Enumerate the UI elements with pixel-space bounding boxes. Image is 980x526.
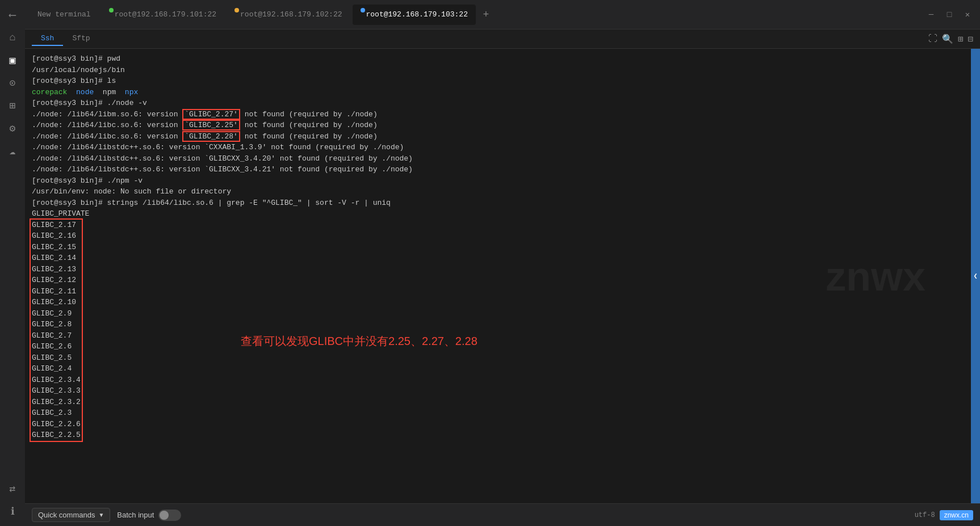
new-terminal-label: New terminal — [37, 10, 91, 19]
line-4: corepack node npm npx — [32, 87, 964, 98]
glibc-item-8: GLIBC_2.10 — [32, 297, 81, 308]
glibc-list-container: GLIBC_2.17 GLIBC_2.16 GLIBC_2.15 GLIBC_2… — [32, 220, 81, 441]
glibc-item-6: GLIBC_2.12 — [32, 275, 81, 286]
tab-3-dot — [361, 8, 365, 12]
line-1: [root@ssy3 bin]# pwd — [32, 53, 964, 65]
bottombar: Quick commands ▼ Batch input utf-8 znwx.… — [25, 503, 980, 526]
line-10: ./node: /lib64/libstdc++.so.6: version `… — [32, 153, 964, 165]
tab-3-label: root@192.168.179.103:22 — [366, 10, 468, 19]
info-icon[interactable]: ℹ — [2, 501, 23, 521]
new-terminal-tab[interactable]: New terminal — [30, 5, 99, 25]
line-15: GLIBC_PRIVATE — [32, 208, 964, 220]
glibc-item-12: GLIBC_2.6 — [32, 341, 81, 352]
glibc-item-2: GLIBC_2.16 — [32, 230, 81, 242]
line-14: [root@ssy3 bin]# strings /lib64/libc.so.… — [32, 197, 964, 209]
status-right: utf-8 znwx.cn — [915, 510, 973, 520]
subtab-actions: ⛶ 🔍 ⊞ ⊟ — [928, 33, 973, 45]
main-content: New terminal root@192.168.179.101:22 roo… — [25, 0, 980, 526]
glibc-item-1: GLIBC_2.17 — [32, 220, 81, 231]
tab-ssh[interactable]: Ssh — [32, 32, 63, 46]
glibc-item-9: GLIBC_2.9 — [32, 308, 81, 319]
glibc-item-11: GLIBC_2.7 — [32, 330, 81, 342]
terminal-output[interactable]: znwx [root@ssy3 bin]# pwd /usr/local/nod… — [25, 49, 971, 503]
tab-2-label: root@192.168.179.102:22 — [240, 10, 342, 19]
sync-icon[interactable]: ⇄ — [2, 478, 23, 499]
annotation-text: 查看可以发现GLIBC中并没有2.25、2.27、2.28 — [241, 333, 478, 350]
maximize-button[interactable]: □ — [941, 7, 957, 23]
batch-input-toggle[interactable] — [158, 510, 181, 521]
terminal-area: znwx [root@ssy3 bin]# pwd /usr/local/nod… — [25, 49, 980, 503]
encoding-label: utf-8 — [915, 511, 935, 519]
site-badge: znwx.cn — [940, 510, 973, 520]
glibc-item-7: GLIBC_2.11 — [32, 286, 81, 297]
toggle-knob — [160, 511, 169, 520]
subtabs: Ssh Sftp ⛶ 🔍 ⊞ ⊟ — [25, 30, 980, 49]
add-tab-button[interactable]: + — [478, 7, 494, 23]
sidebar: ⟵ ⌂ ▣ ⊙ ⊞ ⚙ ☁ ⇄ ℹ — [0, 0, 25, 526]
line-9: ./node: /lib64/libstdc++.so.6: version `… — [32, 142, 964, 153]
glibc-highlight-3: `GLIBC_2.28' — [182, 131, 240, 142]
glibc-highlight-1: `GLIBC_2.27' — [182, 109, 240, 120]
search-icon[interactable]: 🔍 — [942, 33, 953, 45]
glibc-item-16: GLIBC_2.3.3 — [32, 385, 81, 397]
line-7: ./node: /lib64/libc.so.6: version `GLIBC… — [32, 120, 964, 131]
terminal-icon[interactable]: ▣ — [2, 50, 23, 70]
glibc-item-4: GLIBC_2.14 — [32, 253, 81, 264]
unsplit-icon[interactable]: ⊟ — [968, 33, 973, 45]
tab-2-dot — [234, 8, 239, 12]
right-panel-toggle[interactable]: ❮ — [971, 49, 980, 503]
glibc-item-15: GLIBC_2.3.4 — [32, 374, 81, 386]
chevron-down-icon: ▼ — [98, 512, 104, 518]
line-12: [root@ssy3 bin]# ./npm -v — [32, 175, 964, 187]
image-icon[interactable]: ⊞ — [2, 95, 23, 116]
line-2: /usr/local/nodejs/bin — [32, 65, 964, 76]
tab-sftp[interactable]: Sftp — [63, 32, 99, 46]
history-icon[interactable]: ⊙ — [2, 73, 23, 93]
glibc-item-19: GLIBC_2.2.6 — [32, 419, 81, 430]
home-icon[interactable]: ⌂ — [2, 27, 23, 48]
settings-icon[interactable]: ⚙ — [2, 118, 23, 138]
line-3: [root@ssy3 bin]# ls — [32, 75, 964, 87]
split-icon[interactable]: ⊞ — [958, 33, 964, 45]
close-button[interactable]: ✕ — [960, 7, 975, 23]
glibc-item-20: GLIBC_2.2.5 — [32, 430, 81, 441]
glibc-item-3: GLIBC_2.15 — [32, 242, 81, 253]
tab-1-dot — [109, 8, 114, 12]
quick-commands-label: Quick commands — [38, 511, 95, 519]
glibc-item-18: GLIBC_2.3 — [32, 407, 81, 419]
glibc-item-14: GLIBC_2.4 — [32, 363, 81, 374]
batch-input-section: Batch input — [117, 510, 181, 521]
line-6: ./node: /lib64/libm.so.6: version `GLIBC… — [32, 109, 964, 120]
line-13: /usr/bin/env: node: No such file or dire… — [32, 186, 964, 197]
cloud-icon[interactable]: ☁ — [2, 141, 23, 161]
window-controls: ─ □ ✕ — [923, 7, 975, 23]
glibc-item-5: GLIBC_2.13 — [32, 264, 81, 275]
batch-input-label: Batch input — [117, 511, 154, 519]
tabbar: New terminal root@192.168.179.101:22 roo… — [25, 0, 980, 30]
quick-commands-button[interactable]: Quick commands ▼ — [32, 508, 110, 522]
tab-2[interactable]: root@192.168.179.102:22 — [227, 5, 350, 25]
tab-3[interactable]: root@192.168.179.103:22 — [353, 5, 476, 25]
fullscreen-icon[interactable]: ⛶ — [928, 33, 937, 44]
watermark: znwx — [826, 246, 925, 307]
tab-1-label: root@192.168.179.101:22 — [115, 10, 216, 19]
glibc-item-13: GLIBC_2.5 — [32, 352, 81, 364]
glibc-highlight-2: `GLIBC_2.25' — [182, 120, 240, 131]
line-11: ./node: /lib64/libstdc++.so.6: version `… — [32, 164, 964, 175]
chevron-left-icon: ❮ — [973, 272, 977, 280]
line-8: ./node: /lib64/libc.so.6: version `GLIBC… — [32, 131, 964, 142]
minimize-button[interactable]: ─ — [923, 7, 939, 23]
glibc-item-17: GLIBC_2.3.2 — [32, 397, 81, 408]
line-5: [root@ssy3 bin]# ./node -v — [32, 98, 964, 109]
tab-1[interactable]: root@192.168.179.101:22 — [101, 5, 224, 25]
glibc-item-10: GLIBC_2.8 — [32, 319, 81, 330]
back-icon[interactable]: ⟵ — [2, 5, 23, 25]
